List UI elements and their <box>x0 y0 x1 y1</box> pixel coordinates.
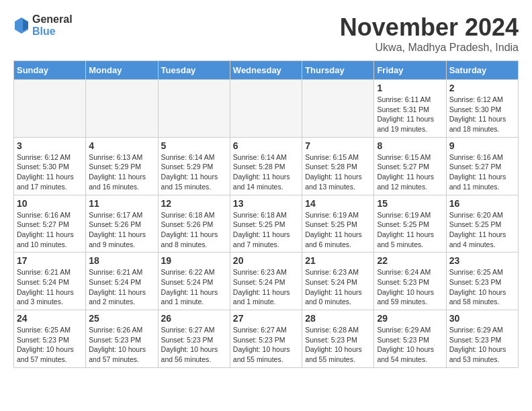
day-number: 3 <box>17 140 83 151</box>
page-header: General Blue November 2024 Ukwa, Madhya … <box>13 13 519 54</box>
calendar-cell: 10Sunrise: 6:16 AM Sunset: 5:27 PM Dayli… <box>14 195 86 253</box>
day-info: Sunrise: 6:25 AM Sunset: 5:23 PM Dayligh… <box>17 325 83 365</box>
calendar-cell: 27Sunrise: 6:27 AM Sunset: 5:23 PM Dayli… <box>230 310 302 368</box>
weekday-header: Friday <box>374 61 446 80</box>
day-info: Sunrise: 6:13 AM Sunset: 5:29 PM Dayligh… <box>89 152 154 192</box>
day-number: 15 <box>377 198 443 209</box>
day-info: Sunrise: 6:29 AM Sunset: 5:23 PM Dayligh… <box>377 325 443 365</box>
calendar-cell <box>86 80 158 138</box>
day-number: 26 <box>161 313 227 324</box>
day-number: 17 <box>17 255 83 266</box>
day-info: Sunrise: 6:14 AM Sunset: 5:28 PM Dayligh… <box>233 152 299 192</box>
day-number: 14 <box>305 198 371 209</box>
day-info: Sunrise: 6:23 AM Sunset: 5:24 PM Dayligh… <box>305 267 371 307</box>
calendar-week-row: 17Sunrise: 6:21 AM Sunset: 5:24 PM Dayli… <box>14 253 519 310</box>
calendar-cell: 1Sunrise: 6:11 AM Sunset: 5:31 PM Daylig… <box>374 80 446 138</box>
day-number: 20 <box>233 255 299 266</box>
calendar-cell: 8Sunrise: 6:15 AM Sunset: 5:27 PM Daylig… <box>374 137 446 195</box>
day-number: 4 <box>89 140 154 151</box>
title-area: November 2024 Ukwa, Madhya Pradesh, Indi… <box>340 13 519 54</box>
calendar-cell: 23Sunrise: 6:25 AM Sunset: 5:23 PM Dayli… <box>446 253 518 310</box>
day-info: Sunrise: 6:28 AM Sunset: 5:23 PM Dayligh… <box>305 325 371 365</box>
calendar-cell <box>230 80 302 138</box>
day-info: Sunrise: 6:12 AM Sunset: 5:30 PM Dayligh… <box>17 152 83 192</box>
calendar-cell: 2Sunrise: 6:12 AM Sunset: 5:30 PM Daylig… <box>446 80 518 138</box>
calendar-week-row: 24Sunrise: 6:25 AM Sunset: 5:23 PM Dayli… <box>14 310 519 368</box>
day-number: 1 <box>377 83 443 93</box>
day-info: Sunrise: 6:16 AM Sunset: 5:27 PM Dayligh… <box>17 210 83 250</box>
day-info: Sunrise: 6:21 AM Sunset: 5:24 PM Dayligh… <box>89 267 154 307</box>
calendar-cell: 14Sunrise: 6:19 AM Sunset: 5:25 PM Dayli… <box>302 195 374 253</box>
day-info: Sunrise: 6:15 AM Sunset: 5:28 PM Dayligh… <box>305 152 371 192</box>
calendar-cell: 24Sunrise: 6:25 AM Sunset: 5:23 PM Dayli… <box>14 310 86 368</box>
day-info: Sunrise: 6:27 AM Sunset: 5:23 PM Dayligh… <box>161 325 227 365</box>
weekday-header-row: SundayMondayTuesdayWednesdayThursdayFrid… <box>14 61 519 80</box>
day-number: 29 <box>377 313 443 324</box>
logo-icon <box>13 16 30 35</box>
calendar-cell: 7Sunrise: 6:15 AM Sunset: 5:28 PM Daylig… <box>302 137 374 195</box>
calendar-cell: 3Sunrise: 6:12 AM Sunset: 5:30 PM Daylig… <box>14 137 86 195</box>
calendar-cell: 9Sunrise: 6:16 AM Sunset: 5:27 PM Daylig… <box>446 137 518 195</box>
calendar-cell: 17Sunrise: 6:21 AM Sunset: 5:24 PM Dayli… <box>14 253 86 310</box>
calendar-cell: 16Sunrise: 6:20 AM Sunset: 5:25 PM Dayli… <box>446 195 518 253</box>
calendar-cell <box>158 80 230 138</box>
day-info: Sunrise: 6:27 AM Sunset: 5:23 PM Dayligh… <box>233 325 299 365</box>
day-number: 30 <box>449 313 515 324</box>
weekday-header: Sunday <box>14 61 86 80</box>
day-info: Sunrise: 6:18 AM Sunset: 5:26 PM Dayligh… <box>161 210 227 250</box>
calendar-week-row: 3Sunrise: 6:12 AM Sunset: 5:30 PM Daylig… <box>14 137 519 195</box>
day-number: 24 <box>17 313 83 324</box>
day-info: Sunrise: 6:17 AM Sunset: 5:26 PM Dayligh… <box>89 210 154 250</box>
day-info: Sunrise: 6:19 AM Sunset: 5:25 PM Dayligh… <box>377 210 443 250</box>
day-number: 5 <box>161 140 227 151</box>
weekday-header: Wednesday <box>230 61 302 80</box>
day-number: 22 <box>377 255 443 266</box>
day-number: 8 <box>377 140 443 151</box>
day-number: 19 <box>161 255 227 266</box>
month-title: November 2024 <box>340 13 519 42</box>
calendar-cell: 12Sunrise: 6:18 AM Sunset: 5:26 PM Dayli… <box>158 195 230 253</box>
day-number: 9 <box>449 140 515 151</box>
day-info: Sunrise: 6:19 AM Sunset: 5:25 PM Dayligh… <box>305 210 371 250</box>
calendar-cell <box>14 80 86 138</box>
weekday-header: Tuesday <box>158 61 230 80</box>
day-number: 25 <box>89 313 154 324</box>
day-number: 13 <box>233 198 299 209</box>
calendar-cell: 22Sunrise: 6:24 AM Sunset: 5:23 PM Dayli… <box>374 253 446 310</box>
calendar-week-row: 10Sunrise: 6:16 AM Sunset: 5:27 PM Dayli… <box>14 195 519 253</box>
day-info: Sunrise: 6:21 AM Sunset: 5:24 PM Dayligh… <box>17 267 83 307</box>
day-info: Sunrise: 6:24 AM Sunset: 5:23 PM Dayligh… <box>377 267 443 307</box>
logo-blue-text: Blue <box>32 26 73 38</box>
calendar-cell: 25Sunrise: 6:26 AM Sunset: 5:23 PM Dayli… <box>86 310 158 368</box>
day-info: Sunrise: 6:29 AM Sunset: 5:23 PM Dayligh… <box>449 325 515 365</box>
day-number: 11 <box>89 198 154 209</box>
day-number: 28 <box>305 313 371 324</box>
calendar-cell: 18Sunrise: 6:21 AM Sunset: 5:24 PM Dayli… <box>86 253 158 310</box>
calendar-cell: 15Sunrise: 6:19 AM Sunset: 5:25 PM Dayli… <box>374 195 446 253</box>
day-info: Sunrise: 6:22 AM Sunset: 5:24 PM Dayligh… <box>161 267 227 307</box>
day-info: Sunrise: 6:15 AM Sunset: 5:27 PM Dayligh… <box>377 152 443 192</box>
day-info: Sunrise: 6:20 AM Sunset: 5:25 PM Dayligh… <box>449 210 515 250</box>
calendar-table: SundayMondayTuesdayWednesdayThursdayFrid… <box>13 60 519 368</box>
calendar-cell: 28Sunrise: 6:28 AM Sunset: 5:23 PM Dayli… <box>302 310 374 368</box>
logo-text: General Blue <box>32 13 73 37</box>
day-info: Sunrise: 6:14 AM Sunset: 5:29 PM Dayligh… <box>161 152 227 192</box>
day-info: Sunrise: 6:25 AM Sunset: 5:23 PM Dayligh… <box>449 267 515 307</box>
weekday-header: Thursday <box>302 61 374 80</box>
weekday-header: Monday <box>86 61 158 80</box>
calendar-cell: 29Sunrise: 6:29 AM Sunset: 5:23 PM Dayli… <box>374 310 446 368</box>
day-number: 7 <box>305 140 371 151</box>
day-info: Sunrise: 6:16 AM Sunset: 5:27 PM Dayligh… <box>449 152 515 192</box>
day-info: Sunrise: 6:23 AM Sunset: 5:24 PM Dayligh… <box>233 267 299 307</box>
calendar-week-row: 1Sunrise: 6:11 AM Sunset: 5:31 PM Daylig… <box>14 80 519 138</box>
day-info: Sunrise: 6:18 AM Sunset: 5:25 PM Dayligh… <box>233 210 299 250</box>
weekday-header: Saturday <box>446 61 518 80</box>
calendar-cell <box>302 80 374 138</box>
day-info: Sunrise: 6:26 AM Sunset: 5:23 PM Dayligh… <box>89 325 154 365</box>
calendar-cell: 21Sunrise: 6:23 AM Sunset: 5:24 PM Dayli… <box>302 253 374 310</box>
calendar-cell: 4Sunrise: 6:13 AM Sunset: 5:29 PM Daylig… <box>86 137 158 195</box>
day-info: Sunrise: 6:11 AM Sunset: 5:31 PM Dayligh… <box>377 95 443 134</box>
day-number: 12 <box>161 198 227 209</box>
day-info: Sunrise: 6:12 AM Sunset: 5:30 PM Dayligh… <box>449 95 515 134</box>
day-number: 27 <box>233 313 299 324</box>
